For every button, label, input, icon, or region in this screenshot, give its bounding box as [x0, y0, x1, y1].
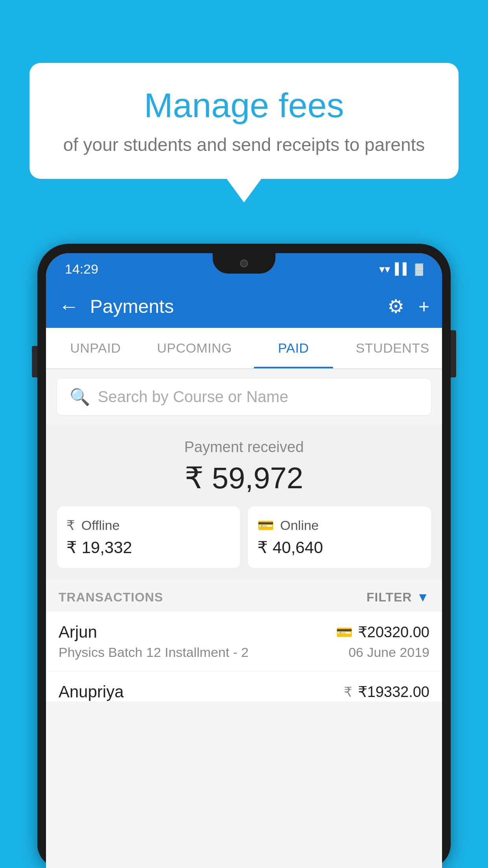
battery-icon: ▓: [415, 263, 423, 275]
speech-bubble-container: Manage fees of your students and send re…: [29, 63, 459, 202]
online-icon: 💳: [257, 517, 274, 533]
search-box[interactable]: 🔍 Search by Course or Name: [57, 379, 431, 415]
transaction-amount-row-anupriya: ₹ ₹19332.00: [344, 683, 430, 701]
transaction-name-anupriya: Anupriya: [59, 682, 124, 701]
transaction-row[interactable]: Arjun 💳 ₹20320.00 Physics Batch 12 Insta…: [46, 612, 442, 671]
transaction-row-top: Arjun 💳 ₹20320.00: [59, 623, 429, 642]
search-icon: 🔍: [70, 387, 90, 406]
status-bar-time: 14:29: [65, 261, 98, 277]
transaction-row-bottom: Physics Batch 12 Installment - 2 06 June…: [59, 645, 429, 660]
offline-label: Offline: [81, 518, 120, 533]
phone-outer: 14:29 ▾▾ ▌▌ ▓ ← Payments ⚙ +: [37, 244, 451, 868]
payment-cards: ₹ Offline ₹ 19,332 💳 Online ₹ 40,640: [57, 506, 431, 568]
add-button[interactable]: +: [418, 296, 429, 317]
offline-icon: ₹: [66, 517, 75, 533]
transaction-row-partial[interactable]: Anupriya ₹ ₹19332.00: [46, 671, 442, 701]
offline-payment-card: ₹ Offline ₹ 19,332: [57, 506, 240, 568]
cash-payment-icon: ₹: [344, 684, 352, 700]
online-label-row: 💳 Online: [257, 517, 319, 533]
tab-upcoming[interactable]: UPCOMING: [145, 328, 244, 368]
camera-dot: [240, 259, 248, 267]
signal-icon: ▌▌: [395, 263, 411, 275]
transaction-row-partial-top: Anupriya ₹ ₹19332.00: [59, 682, 429, 701]
payment-section: Payment received ₹ 59,972 ₹ Offline ₹ 19…: [46, 425, 442, 579]
tab-unpaid[interactable]: UNPAID: [46, 328, 145, 368]
app-bar-icons: ⚙ +: [387, 295, 429, 317]
search-container: 🔍 Search by Course or Name: [46, 369, 442, 425]
online-payment-card: 💳 Online ₹ 40,640: [248, 506, 431, 568]
tab-students[interactable]: STUDENTS: [343, 328, 442, 368]
card-payment-icon: 💳: [336, 624, 352, 640]
payment-total-amount: ₹ 59,972: [57, 460, 431, 495]
phone-screen: 14:29 ▾▾ ▌▌ ▓ ← Payments ⚙ +: [46, 253, 442, 868]
filter-button[interactable]: FILTER ▼: [367, 590, 429, 605]
transaction-name-arjun: Arjun: [59, 623, 97, 642]
filter-label: FILTER: [367, 590, 412, 605]
tab-paid[interactable]: PAID: [244, 328, 343, 368]
app-bar-title: Payments: [90, 296, 376, 317]
offline-label-row: ₹ Offline: [66, 517, 120, 533]
transaction-amount-anupriya: ₹19332.00: [358, 683, 430, 701]
transaction-amount-arjun: ₹20320.00: [358, 623, 430, 641]
transactions-header: TRANSACTIONS FILTER ▼: [46, 579, 442, 612]
transactions-label: TRANSACTIONS: [59, 590, 163, 605]
app-bar: ← Payments ⚙ +: [46, 285, 442, 328]
status-bar: 14:29 ▾▾ ▌▌ ▓: [46, 253, 442, 285]
status-icons: ▾▾ ▌▌ ▓: [379, 263, 423, 276]
phone-container: 14:29 ▾▾ ▌▌ ▓ ← Payments ⚙ +: [37, 244, 451, 868]
online-amount: ₹ 40,640: [257, 538, 323, 557]
online-label: Online: [280, 518, 319, 533]
transaction-detail-arjun: Physics Batch 12 Installment - 2: [59, 645, 249, 660]
manage-fees-title: Manage fees: [61, 86, 427, 125]
speech-bubble-arrow: [227, 179, 261, 202]
settings-button[interactable]: ⚙: [387, 295, 404, 317]
search-placeholder-text: Search by Course or Name: [98, 388, 288, 406]
filter-icon: ▼: [416, 590, 429, 605]
back-button[interactable]: ←: [59, 294, 79, 318]
notch: [213, 253, 275, 274]
transaction-amount-row: 💳 ₹20320.00: [336, 623, 430, 641]
payment-received-label: Payment received: [57, 439, 431, 456]
manage-fees-subtitle: of your students and send receipts to pa…: [61, 134, 427, 155]
tabs-container: UNPAID UPCOMING PAID STUDENTS: [46, 328, 442, 369]
offline-amount: ₹ 19,332: [66, 538, 132, 557]
speech-bubble: Manage fees of your students and send re…: [29, 63, 459, 179]
wifi-icon: ▾▾: [379, 263, 390, 276]
transaction-date-arjun: 06 June 2019: [349, 645, 429, 660]
